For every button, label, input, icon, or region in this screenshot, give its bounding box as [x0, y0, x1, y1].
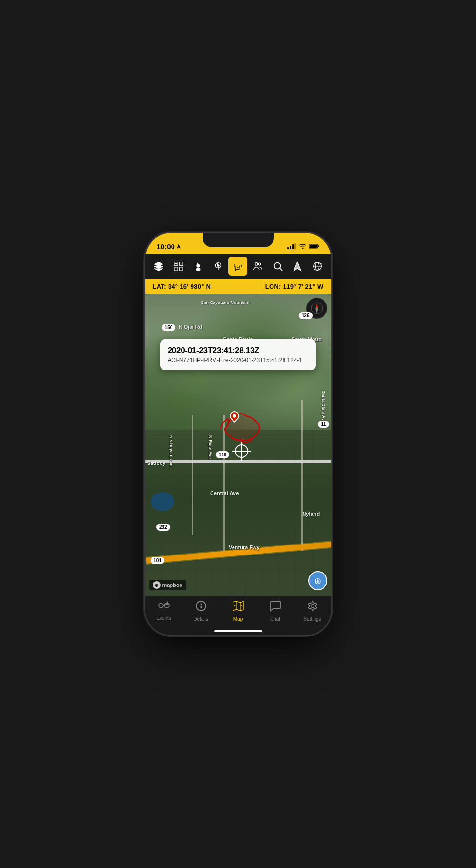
lat-display: LAT: 34° 16' 980" N: [153, 283, 211, 290]
compass-icon: [310, 302, 324, 315]
time-display: 10:00: [157, 242, 175, 251]
tab-map-label: Map: [233, 616, 243, 622]
svg-rect-6: [310, 245, 317, 248]
svg-point-12: [175, 263, 177, 265]
toolbar: LAT LON: [145, 254, 331, 279]
settings-icon: [306, 600, 319, 615]
road-badge-232: 232: [156, 524, 170, 531]
map-label-central-ave: Central Ave: [210, 490, 239, 496]
svg-text:LON: LON: [318, 263, 322, 265]
toolbar-filter[interactable]: [169, 257, 188, 276]
tab-settings[interactable]: Settings: [294, 600, 331, 622]
svg-rect-9: [180, 262, 183, 265]
mapbox-logo-text: mapbox: [162, 582, 182, 588]
map-icon: [232, 600, 244, 615]
popup-timestamp: 2020-01-23T23:41:28.13Z: [168, 346, 309, 355]
lat-lon-icon: LAT LON: [312, 261, 323, 272]
svg-point-17: [258, 263, 261, 265]
svg-text:LAT: LAT: [313, 263, 317, 265]
info-icon: [313, 575, 323, 586]
fire-tower-icon: [233, 261, 243, 272]
event-popup[interactable]: 2020-01-23T23:41:28.13Z ACI-N771HP-IPRM-…: [160, 339, 316, 370]
road-badge-118: 118: [216, 451, 230, 458]
mapbox-logo: ◉ mapbox: [149, 580, 186, 590]
toolbar-fire[interactable]: [189, 257, 208, 276]
svg-point-48: [311, 605, 314, 608]
fire-icon: [193, 261, 203, 272]
road-santa-clara: [301, 400, 303, 551]
status-time: 10:00: [157, 242, 181, 251]
svg-rect-41: [200, 606, 202, 608]
toolbar-fire-tower[interactable]: [228, 257, 247, 276]
map-label-santa-clara: Santa Clara Ave: [321, 391, 326, 423]
toolbar-people[interactable]: [248, 257, 267, 276]
toolbar-gps-nav[interactable]: [288, 257, 307, 276]
svg-point-34: [159, 603, 163, 608]
signal-icon: [287, 243, 296, 249]
toolbar-layers[interactable]: [149, 257, 168, 276]
svg-line-19: [280, 268, 282, 271]
status-icons: [287, 243, 320, 249]
coords-bar: LAT: 34° 16' 980" N LON: 119° 7' 21" W: [145, 279, 331, 294]
filter-icon: [173, 261, 184, 272]
tab-events[interactable]: ! Events: [145, 600, 182, 621]
road-badge-11: 11: [318, 421, 329, 428]
svg-marker-21: [294, 262, 301, 271]
tab-details-label: Details: [193, 616, 208, 622]
map-label-ojai-rd: N Ojai Rd: [179, 324, 203, 330]
svg-rect-10: [174, 267, 178, 271]
gps-arrow-icon: [176, 244, 181, 249]
svg-rect-7: [318, 245, 319, 247]
svg-rect-1: [287, 247, 289, 249]
lon-display: LON: 119° 7' 21" W: [265, 283, 324, 290]
svg-point-40: [200, 604, 202, 605]
home-indicator: [214, 630, 262, 632]
popup-event-id: ACI-N771HP-IPRM-Fire-2020-01-23T15:41:28…: [168, 357, 309, 363]
tab-settings-label: Settings: [304, 616, 321, 622]
map-label-ventura-fwy: Ventura Fwy: [229, 545, 260, 550]
fire-location-pin[interactable]: [230, 411, 239, 421]
svg-point-18: [274, 263, 280, 269]
gps-nav-icon: [292, 261, 303, 272]
pin-marker: [228, 409, 241, 423]
svg-rect-36: [163, 605, 165, 606]
toolbar-lat-lon[interactable]: LAT LON: [308, 257, 327, 276]
map-label-nyland: Nyland: [302, 511, 320, 517]
wifi-icon: [299, 243, 306, 249]
phone-device: 10:00: [145, 233, 331, 635]
road-badge-101: 101: [151, 557, 164, 564]
phone-screen: 10:00: [145, 233, 331, 635]
tab-events-label: Events: [156, 616, 171, 621]
events-icon: !: [158, 600, 170, 614]
info-button[interactable]: [308, 571, 327, 590]
svg-rect-4: [294, 243, 296, 249]
layers-icon: [153, 261, 164, 272]
svg-point-30: [316, 307, 318, 309]
map-crosshair: [232, 442, 251, 461]
road-badge-150: 150: [162, 324, 176, 331]
details-icon: [195, 600, 207, 615]
tab-map[interactable]: Map: [220, 600, 257, 622]
tab-chat[interactable]: Chat: [257, 600, 294, 622]
toolbar-search[interactable]: [268, 257, 287, 276]
svg-rect-3: [292, 244, 294, 249]
road-vineyard: [192, 415, 193, 536]
phone-notch: [203, 233, 274, 247]
map-area[interactable]: Santa Paula South Moun Saticoy Central A…: [145, 294, 331, 596]
svg-rect-2: [290, 246, 291, 249]
people-icon: [253, 261, 263, 272]
map-background: Santa Paula South Moun Saticoy Central A…: [145, 294, 331, 596]
map-label-san-cayetano: San Cayetano Mountain: [201, 300, 250, 305]
toolbar-add-location[interactable]: [209, 257, 228, 276]
tab-chat-label: Chat: [270, 616, 280, 622]
chat-icon: [269, 600, 282, 615]
mapbox-logo-icon: ◉: [153, 581, 161, 589]
search-icon: [273, 261, 283, 272]
tab-details[interactable]: Details: [182, 600, 220, 622]
map-label-vineyard: N Vineyard Ave: [169, 435, 173, 466]
svg-point-16: [255, 263, 258, 266]
svg-marker-0: [177, 244, 181, 249]
road-badge-126: 126: [299, 312, 313, 319]
crosshair-circle: [235, 444, 248, 458]
battery-icon: [309, 243, 320, 249]
